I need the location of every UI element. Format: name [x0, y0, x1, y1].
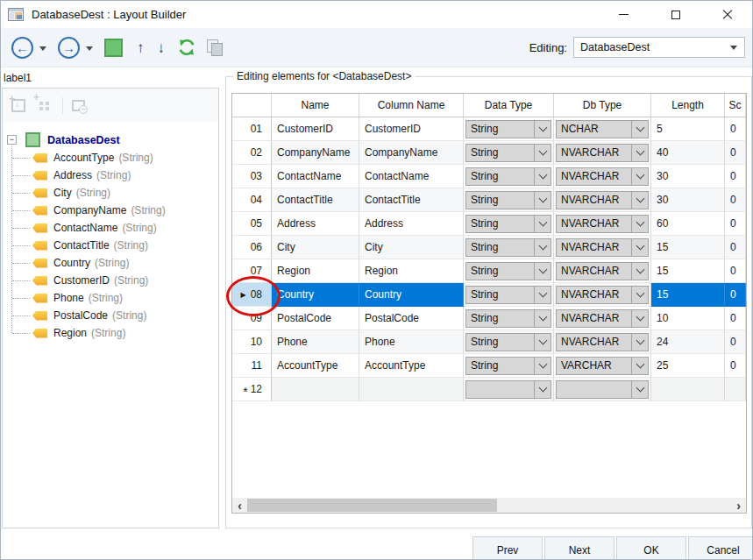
dropdown-button[interactable]	[534, 310, 551, 327]
cancel-button[interactable]: Cancel	[688, 536, 753, 560]
data-type-select[interactable]: String	[465, 333, 551, 351]
name-cell[interactable]	[272, 378, 359, 401]
row-header[interactable]: 04	[232, 188, 272, 212]
dropdown-button[interactable]	[631, 168, 648, 185]
scale-cell[interactable]: 0	[725, 259, 746, 283]
dropdown-button[interactable]	[631, 381, 648, 398]
tree-item[interactable]: City(String)	[3, 184, 218, 202]
dropdown-button[interactable]	[534, 287, 551, 303]
scale-cell[interactable]: 0	[725, 188, 746, 212]
length-cell[interactable]: 60	[651, 212, 725, 236]
move-down-button[interactable]: ↓	[158, 40, 166, 55]
tree-item[interactable]: CustomerID(String)	[3, 272, 218, 289]
row-header[interactable]: 11	[232, 354, 272, 378]
column-name-cell[interactable]: AccountType	[359, 354, 464, 378]
length-cell[interactable]: 15	[651, 259, 725, 283]
dropdown-button[interactable]	[534, 263, 551, 280]
name-cell[interactable]: CompanyName	[272, 141, 359, 165]
tree-item[interactable]: Address(String)	[3, 167, 218, 184]
length-cell[interactable]: 40	[651, 141, 725, 165]
db-type-select[interactable]: NVARCHAR	[556, 215, 649, 233]
grid-column-header[interactable]: Data Type	[464, 94, 554, 117]
data-type-select[interactable]: String	[465, 262, 551, 280]
dropdown-button[interactable]	[534, 192, 551, 209]
data-type-select[interactable]: String	[465, 191, 551, 209]
length-cell[interactable]: 24	[651, 330, 725, 354]
column-name-cell[interactable]: City	[359, 236, 464, 259]
dropdown-button[interactable]	[534, 239, 551, 256]
scale-cell[interactable]: 0	[725, 330, 746, 354]
row-header[interactable]: *12	[232, 378, 272, 401]
dropdown-button[interactable]	[534, 381, 551, 398]
db-type-select[interactable]: VARCHAR	[556, 357, 649, 375]
horizontal-scrollbar[interactable]: ‹ ›	[232, 498, 746, 513]
tree-item[interactable]: ContactTitle(String)	[3, 237, 218, 254]
row-header[interactable]: ▶08	[232, 283, 272, 307]
db-type-select[interactable]: NVARCHAR	[556, 191, 649, 209]
column-name-cell[interactable]: CustomerID	[359, 117, 464, 141]
length-cell[interactable]: 30	[651, 188, 725, 212]
tree-item[interactable]: Country(String)	[3, 254, 218, 272]
scale-cell[interactable]	[725, 378, 746, 401]
row-header[interactable]: 01	[232, 117, 272, 141]
dropdown-button[interactable]	[631, 310, 648, 327]
dropdown-button[interactable]	[631, 121, 648, 138]
add-fields-icon[interactable]: +	[38, 99, 52, 112]
back-dropdown-caret-icon[interactable]	[39, 46, 46, 54]
remove-element-icon[interactable]	[72, 100, 85, 111]
scale-cell[interactable]: 0	[725, 212, 746, 236]
forward-button[interactable]: →	[58, 37, 80, 59]
length-cell[interactable]: 30	[651, 165, 725, 188]
ok-button[interactable]: OK	[616, 536, 686, 560]
name-cell[interactable]: CustomerID	[272, 117, 359, 141]
db-type-select[interactable]: NVARCHAR	[556, 167, 649, 186]
db-type-select[interactable]: NVARCHAR	[556, 238, 649, 257]
dropdown-button[interactable]	[631, 358, 648, 374]
data-type-select[interactable]: String	[465, 309, 551, 328]
tree-item[interactable]: AccountType(String)	[3, 149, 218, 167]
name-cell[interactable]: Address	[272, 212, 359, 236]
tree-item[interactable]: PostalCode(String)	[3, 307, 218, 324]
forward-dropdown-caret-icon[interactable]	[86, 46, 93, 54]
column-name-cell[interactable]: Region	[359, 259, 464, 283]
column-name-cell[interactable]: Address	[359, 212, 464, 236]
db-type-select[interactable]: NVARCHAR	[556, 333, 649, 351]
grid-corner-header[interactable]	[232, 94, 272, 117]
db-type-select[interactable]: NVARCHAR	[556, 286, 649, 304]
dropdown-button[interactable]	[534, 168, 551, 185]
name-cell[interactable]: ContactName	[272, 165, 359, 188]
row-header[interactable]: 05	[232, 212, 272, 236]
dropdown-button[interactable]	[534, 358, 551, 374]
length-cell[interactable]: 5	[651, 117, 725, 141]
grid-column-header[interactable]: Length	[651, 94, 725, 117]
scrollbar-track[interactable]	[247, 498, 731, 513]
scale-cell[interactable]: 0	[725, 307, 746, 330]
db-type-select[interactable]	[556, 380, 649, 399]
data-type-select[interactable]: String	[465, 357, 551, 375]
column-name-cell[interactable]: Phone	[359, 330, 464, 354]
dropdown-button[interactable]	[631, 239, 648, 256]
dropdown-button[interactable]	[631, 263, 648, 280]
name-cell[interactable]: City	[272, 236, 359, 259]
row-header[interactable]: 03	[232, 165, 272, 188]
data-type-select[interactable]: String	[465, 215, 551, 233]
scale-cell[interactable]: 0	[725, 236, 746, 259]
data-type-select[interactable]: String	[465, 120, 551, 138]
grid-column-header[interactable]: Name	[272, 94, 359, 117]
dropdown-button[interactable]	[631, 287, 648, 303]
dropdown-button[interactable]	[534, 121, 551, 138]
column-name-cell[interactable]: ContactName	[359, 165, 464, 188]
column-name-cell[interactable]: ContactTitle	[359, 188, 464, 212]
collapse-icon[interactable]: −	[7, 135, 17, 145]
refresh-icon[interactable]	[177, 38, 196, 57]
grid-column-header[interactable]: Column Name	[359, 94, 464, 117]
scale-cell[interactable]: 0	[725, 283, 746, 307]
editing-combobox[interactable]: DatabaseDest	[573, 37, 745, 58]
scrollbar-thumb[interactable]	[247, 499, 497, 512]
db-type-select[interactable]: NCHAR	[556, 120, 649, 138]
dropdown-button[interactable]	[534, 145, 551, 161]
column-name-cell[interactable]: PostalCode	[359, 307, 464, 330]
length-cell[interactable]: 15	[651, 283, 725, 307]
prev-button[interactable]: Prev	[472, 536, 543, 560]
next-button[interactable]: Next	[544, 536, 614, 560]
